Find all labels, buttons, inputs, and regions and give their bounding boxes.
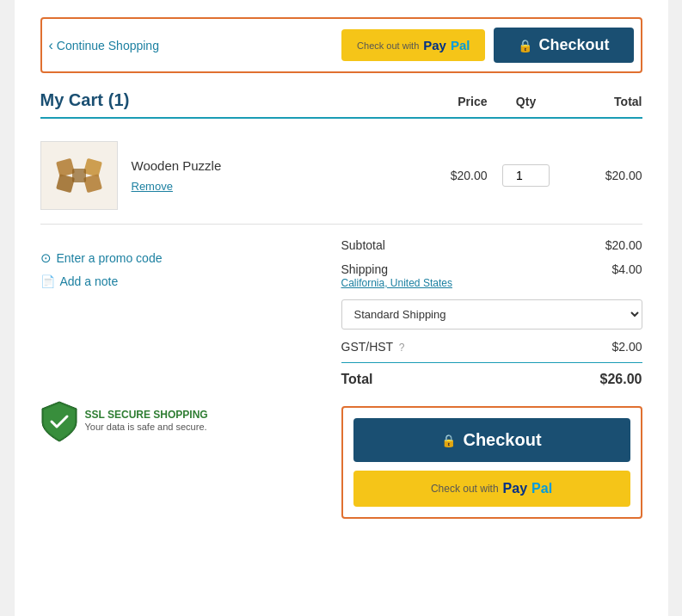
subtotal-value: $20.00	[605, 238, 642, 252]
cart-count: (1)	[108, 90, 129, 110]
chevron-left-icon: ‹	[49, 38, 53, 53]
paypal-check-text-bottom: Check out with	[431, 483, 499, 495]
wooden-puzzle-image	[49, 148, 109, 204]
header-row: ‹ Continue Shopping Check out with PayPa…	[40, 17, 642, 73]
total-label: Total	[341, 372, 373, 387]
ssl-text-block: SSL SECURE SHOPPING Your data is safe an…	[85, 409, 208, 434]
paypal-check-text: Check out with	[357, 40, 419, 51]
item-total: $20.00	[565, 169, 642, 182]
paypal-checkout-button[interactable]: Check out with PayPal	[341, 29, 485, 61]
item-image	[40, 141, 118, 210]
subtotal-label: Subtotal	[341, 238, 385, 252]
summary-shipping-row: Shipping California, United States $4.00	[341, 257, 642, 294]
paypal-logo-blue: Pay	[423, 38, 446, 52]
item-qty-cell	[488, 164, 565, 187]
ssl-shield-icon	[40, 400, 78, 443]
summary-gst-row: GST/HST ? $2.00	[341, 335, 642, 359]
promo-code-link[interactable]: ⊙ Enter a promo code	[40, 250, 324, 266]
cart-title: My Cart	[40, 90, 103, 110]
shipping-value: $4.00	[611, 262, 642, 276]
col-header-qty: Qty	[488, 95, 565, 108]
promo-icon: ⊙	[40, 250, 52, 266]
shipping-method-select[interactable]: Standard Shipping	[341, 299, 642, 330]
svg-rect-2	[56, 174, 75, 193]
lock-icon-top: 🔒	[518, 39, 532, 52]
gst-info-icon[interactable]: ?	[399, 342, 405, 354]
item-qty-input[interactable]	[502, 164, 550, 187]
summary-total-row: Total $26.00	[341, 362, 642, 392]
item-remove-link[interactable]: Remove	[132, 180, 173, 193]
col-headers: Price Qty Total	[316, 95, 642, 108]
note-label: Add a note	[60, 274, 119, 288]
ssl-badge: SSL SECURE SHOPPING Your data is safe an…	[40, 400, 324, 443]
promo-label: Enter a promo code	[57, 251, 163, 265]
bottom-checkout-box: 🔒 Checkout Check out with PayPal	[341, 406, 642, 519]
ssl-title: SSL SECURE SHOPPING	[85, 409, 208, 421]
cart-item: Wooden Puzzle Remove $20.00 $20.00	[40, 127, 642, 225]
gst-label-text: GST/HST	[341, 340, 393, 354]
continue-shopping-link[interactable]: ‹ Continue Shopping	[49, 38, 159, 53]
paypal-logo-sky: Pal	[451, 38, 470, 52]
svg-rect-0	[56, 157, 75, 176]
checkout-button-top[interactable]: 🔒 Checkout	[494, 28, 633, 63]
shipping-location-link[interactable]: California, United States	[341, 277, 452, 289]
item-name: Wooden Puzzle	[132, 158, 402, 173]
lower-right: Subtotal $20.00 Shipping California, Uni…	[341, 233, 642, 519]
col-header-total: Total	[565, 95, 642, 108]
summary-subtotal-row: Subtotal $20.00	[341, 233, 642, 257]
paypal-logo-sky-bottom: Pal	[531, 481, 552, 496]
total-value: $26.00	[600, 372, 642, 387]
cart-title-row: My Cart (1) Price Qty Total	[40, 90, 642, 119]
checkout-label-bottom: Checkout	[463, 430, 541, 450]
svg-rect-1	[83, 157, 101, 176]
item-price: $20.00	[402, 169, 488, 182]
svg-rect-3	[83, 174, 101, 193]
note-icon: 📄	[40, 274, 55, 288]
gst-value: $2.00	[611, 340, 642, 354]
lower-left: ⊙ Enter a promo code 📄 Add a note SSL SE…	[40, 233, 341, 519]
continue-shopping-label: Continue Shopping	[57, 39, 159, 52]
add-note-link[interactable]: 📄 Add a note	[40, 274, 324, 288]
paypal-checkout-button-bottom[interactable]: Check out with PayPal	[353, 471, 630, 507]
lock-icon-bottom: 🔒	[441, 434, 456, 447]
ssl-subtitle: Your data is safe and secure.	[85, 421, 208, 434]
header-buttons: Check out with PayPal 🔒 Checkout	[341, 28, 633, 63]
promo-note-section: ⊙ Enter a promo code 📄 Add a note	[40, 233, 324, 297]
shipping-label: Shipping	[341, 262, 389, 276]
shipping-label-block: Shipping California, United States	[341, 262, 452, 289]
lower-section: ⊙ Enter a promo code 📄 Add a note SSL SE…	[40, 233, 642, 519]
gst-label: GST/HST ?	[341, 340, 405, 354]
paypal-logo-blue-bottom: Pay	[503, 481, 527, 496]
checkout-label-top: Checkout	[538, 36, 609, 54]
svg-rect-4	[72, 169, 86, 182]
checkout-button-bottom[interactable]: 🔒 Checkout	[353, 418, 630, 462]
col-header-price: Price	[402, 95, 488, 108]
item-details: Wooden Puzzle Remove	[132, 158, 402, 194]
